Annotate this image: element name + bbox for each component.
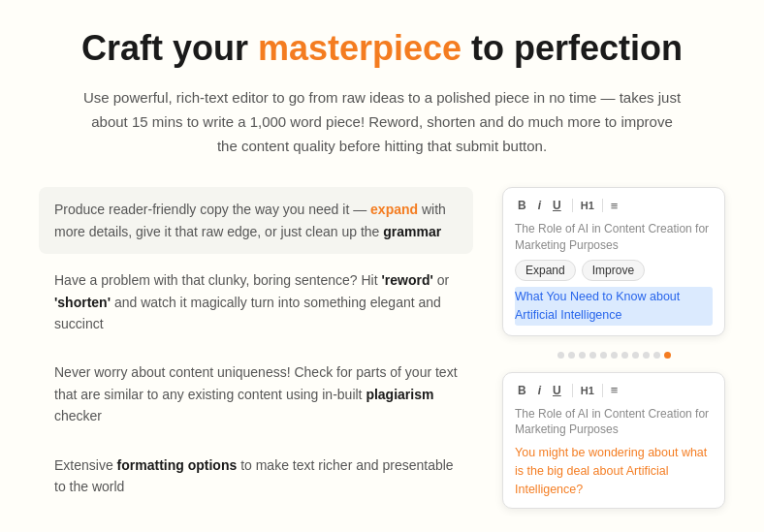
card2-highlighted: You might be wondering about what is the…	[515, 444, 713, 498]
dot-11[interactable]	[664, 352, 671, 359]
underline-btn-1[interactable]: U	[550, 198, 564, 213]
expand-button[interactable]: Expand	[515, 260, 576, 281]
main-content: Produce reader-friendly copy the way you…	[39, 187, 725, 513]
feature-1-bold1: expand	[370, 202, 418, 217]
feature-4-text-before: Extensive	[54, 457, 117, 473]
feature-2-bold1: 'reword'	[381, 272, 432, 288]
card2-title: The Role of AI in Content Creation for M…	[515, 406, 713, 439]
feature-3-bold1: plagiarism	[366, 387, 433, 402]
dot-5[interactable]	[600, 352, 607, 359]
list-btn-2[interactable]: ≡	[611, 383, 619, 397]
carousel-dots	[502, 352, 725, 359]
editor-card-1: B i U H1 ≡ The Role of AI in Content Cre…	[502, 187, 725, 335]
editor-toolbar-2: B i U H1 ≡	[515, 383, 713, 398]
toolbar-sep-2	[602, 199, 603, 212]
italic-btn-2[interactable]: i	[535, 383, 544, 398]
feature-2-text-after: and watch it magically turn into somethi…	[54, 295, 441, 331]
toolbar-sep-1	[572, 199, 573, 212]
italic-btn-1[interactable]: i	[535, 198, 544, 213]
underline-btn-2[interactable]: U	[550, 383, 564, 398]
feature-4-bold1: formatting options	[117, 457, 238, 473]
dot-1[interactable]	[557, 352, 564, 359]
dot-10[interactable]	[653, 352, 660, 359]
bold-btn-1[interactable]: B	[515, 198, 529, 213]
hero-title-prefix: Craft your	[81, 28, 258, 68]
feature-2-text-before: Have a problem with that clunky, boring …	[54, 272, 381, 288]
left-panel: Produce reader-friendly copy the way you…	[39, 187, 473, 513]
card1-highlighted: What You Need to Know about Artificial I…	[515, 287, 713, 326]
improve-button[interactable]: Improve	[582, 260, 645, 281]
h1-btn-1[interactable]: H1	[581, 200, 594, 211]
toolbar-sep-4	[602, 384, 603, 397]
dot-9[interactable]	[643, 352, 650, 359]
feature-2-text-mid: or	[433, 272, 449, 288]
feature-2-bold2: 'shorten'	[54, 295, 111, 310]
hero-title-suffix: to perfection	[462, 28, 683, 68]
expand-improve-row: Expand Improve	[515, 260, 713, 281]
right-panel: B i U H1 ≡ The Role of AI in Content Cre…	[502, 187, 725, 509]
feature-item-4: Extensive formatting options to make tex…	[39, 443, 473, 510]
card1-title: The Role of AI in Content Creation for M…	[515, 221, 713, 254]
feature-1-text-before: Produce reader-friendly copy the way you…	[54, 202, 370, 217]
toolbar-sep-3	[572, 384, 573, 397]
dot-7[interactable]	[621, 352, 628, 359]
list-btn-1[interactable]: ≡	[611, 199, 619, 213]
feature-item-2: Have a problem with that clunky, boring …	[39, 258, 473, 346]
feature-item-3: Never worry about content uniqueness! Ch…	[39, 350, 473, 438]
bold-btn-2[interactable]: B	[515, 383, 529, 398]
hero-title-accent: masterpiece	[258, 28, 462, 68]
dot-4[interactable]	[589, 352, 596, 359]
page-container: Craft your masterpiece to perfection Use…	[0, 0, 764, 532]
feature-3-text-after: checker	[54, 408, 102, 423]
feature-1-bold2: grammar	[383, 224, 441, 239]
dot-3[interactable]	[579, 352, 586, 359]
dot-8[interactable]	[632, 352, 639, 359]
hero-subtitle: Use powerful, rich-text editor to go fro…	[81, 86, 683, 158]
hero-title: Craft your masterpiece to perfection	[39, 27, 725, 69]
feature-item-1: Produce reader-friendly copy the way you…	[39, 187, 473, 254]
dot-2[interactable]	[568, 352, 575, 359]
editor-toolbar-1: B i U H1 ≡	[515, 198, 713, 213]
dot-6[interactable]	[611, 352, 618, 359]
editor-card-2: B i U H1 ≡ The Role of AI in Content Cre…	[502, 372, 725, 510]
h1-btn-2[interactable]: H1	[581, 385, 594, 396]
